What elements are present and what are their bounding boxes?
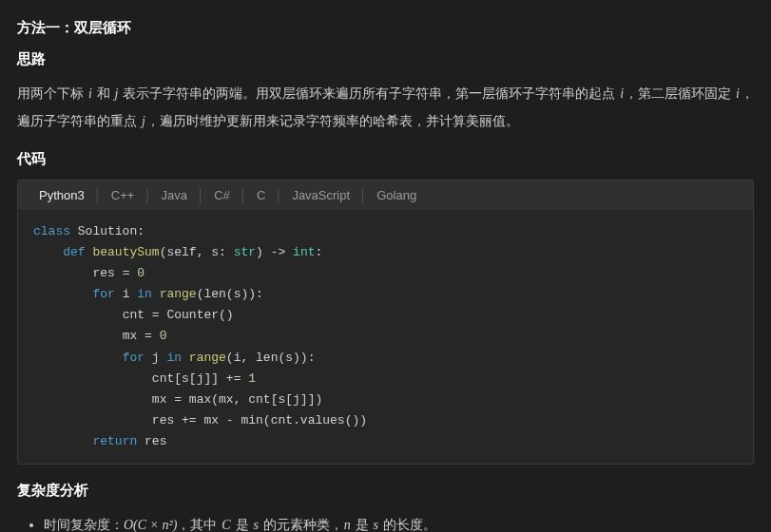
code-text: : — [315, 245, 322, 259]
tc-mid: 是 — [232, 517, 253, 532]
tab-javascript[interactable]: JavaScript — [282, 188, 359, 202]
section-silu-title: 思路 — [17, 50, 754, 68]
time-complexity: 时间复杂度：O(C × n²)，其中 C 是 s 的元素种类，n 是 s 的长度… — [44, 511, 754, 532]
code-text: cnt = Counter() — [123, 308, 234, 322]
tab-golang[interactable]: Golang — [367, 188, 426, 202]
tc-mid: 是 — [352, 517, 373, 532]
code-text: i — [115, 287, 137, 301]
tab-cpp[interactable]: C++ — [102, 188, 145, 202]
var-s2: s — [373, 518, 379, 532]
code-text: j — [145, 351, 166, 365]
code-kw: for — [123, 351, 145, 365]
tab-java[interactable]: Java — [152, 188, 197, 202]
para-text: 表示子字符串的两端。用双层循环来遍历所有子字符串，第一层循环子字符串的起点 — [119, 86, 619, 101]
tc-prefix: 时间复杂度： — [44, 517, 124, 532]
silu-paragraph: 用两个下标 i 和 j 表示子字符串的两端。用双层循环来遍历所有子字符串，第一层… — [17, 80, 754, 135]
tab-separator: │ — [197, 188, 204, 202]
code-kw: in — [166, 351, 182, 365]
code-kw: in — [137, 287, 152, 301]
code-text: ) -> — [256, 245, 293, 259]
code-kw: class — [33, 224, 70, 238]
code-text: mx = — [123, 329, 160, 343]
tab-python3[interactable]: Python3 — [29, 188, 94, 202]
tab-c[interactable]: C — [247, 188, 275, 202]
para-text: 用两个下标 — [17, 86, 87, 101]
tc-mid: 的元素种类， — [260, 517, 343, 532]
code-kw: def — [63, 245, 85, 259]
code-text: Solution: — [70, 224, 145, 238]
code-type: str — [234, 245, 256, 259]
var-C: C — [221, 518, 231, 532]
tab-csharp[interactable]: C# — [204, 188, 240, 202]
code-block: class Solution: def beautySum(self, s: s… — [17, 210, 754, 465]
code-kw: for — [92, 287, 114, 301]
code-num: 0 — [160, 329, 167, 343]
tab-separator: │ — [94, 188, 102, 202]
code-text: res += mx - min(cnt.values()) — [152, 413, 367, 428]
code-kw: return — [92, 434, 137, 448]
code-text: (i, len(s)): — [226, 351, 316, 365]
code-text: mx = max(mx, cnt[s[j]]) — [152, 392, 322, 407]
var-s: s — [252, 518, 259, 532]
code-fn: range — [182, 351, 226, 365]
code-text: res = — [92, 266, 137, 280]
section-complexity-title: 复杂度分析 — [17, 482, 754, 500]
method-title: 方法一：双层循环 — [17, 19, 754, 37]
var-n: n — [343, 518, 352, 532]
code-text: (len(s)): — [197, 287, 263, 301]
code-fn: range — [152, 287, 197, 301]
tc-mid: 的长度。 — [379, 517, 436, 532]
language-tabs: Python3 │ C++ │ Java │ C# │ C │ JavaScri… — [17, 180, 754, 210]
tab-separator: │ — [359, 188, 367, 202]
code-type: int — [293, 245, 315, 259]
complexity-list: 时间复杂度：O(C × n²)，其中 C 是 s 的元素种类，n 是 s 的长度… — [17, 511, 754, 532]
para-text: ，第二层循环固定 — [625, 86, 735, 101]
tc-mid: ，其中 — [177, 517, 221, 532]
code-fn: beautySum — [86, 245, 160, 259]
tab-separator: │ — [275, 188, 282, 202]
para-text: 和 — [93, 86, 114, 101]
tab-separator: │ — [240, 188, 247, 202]
code-num: 1 — [248, 371, 256, 386]
code-text: cnt[s[j]] += — [152, 371, 248, 386]
para-text: ，遍历时维护更新用来记录字符频率的哈希表，并计算美丽值。 — [146, 113, 519, 128]
code-num: 0 — [137, 266, 145, 280]
tc-bigO: O(C × n²) — [124, 518, 177, 532]
code-text: res — [137, 434, 166, 448]
section-code-title: 代码 — [17, 150, 754, 168]
code-text: (self, s: — [160, 245, 234, 259]
tab-separator: │ — [144, 188, 151, 202]
